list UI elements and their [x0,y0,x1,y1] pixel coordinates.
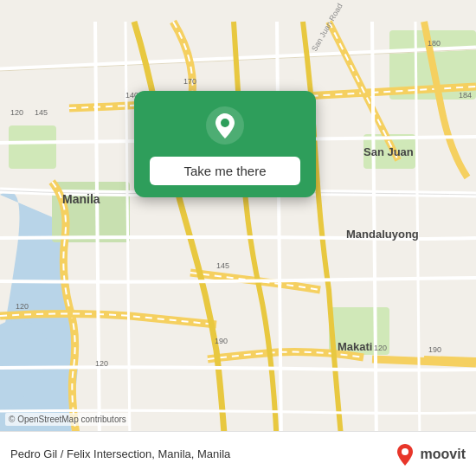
take-me-there-button[interactable]: Take me there [150,157,300,185]
moovit-pin-icon [393,442,417,466]
svg-text:184: 184 [459,91,472,100]
map-container: 140 145 170 180 184 120 120 120 145 190 … [0,0,476,476]
moovit-logo: moovit [393,442,466,466]
svg-point-27 [402,448,408,455]
bottom-bar: Pedro Gil / Felix Intersection, Manila, … [0,431,476,476]
svg-text:145: 145 [216,261,229,270]
svg-text:Makati: Makati [338,340,372,353]
svg-text:180: 180 [428,39,441,48]
svg-rect-2 [9,125,56,169]
svg-text:120: 120 [10,108,23,117]
moovit-text: moovit [421,447,466,462]
svg-text:120: 120 [16,302,29,311]
svg-text:120: 120 [95,359,108,368]
svg-text:190: 190 [428,345,441,354]
location-pin-icon [206,106,244,145]
map-copyright: © OpenStreetMap contributors [5,413,130,426]
svg-text:190: 190 [215,337,228,345]
location-label: Pedro Gil / Felix Intersection, Manila, … [10,447,230,460]
map-roads: 140 145 170 180 184 120 120 120 145 190 … [0,0,476,476]
svg-text:145: 145 [35,108,48,117]
svg-text:Mandaluyong: Mandaluyong [346,228,419,241]
svg-text:170: 170 [183,77,196,86]
svg-text:120: 120 [374,344,387,352]
popup-card: Take me there [134,91,316,197]
svg-point-26 [221,119,229,127]
svg-text:San Juan: San Juan [363,145,414,158]
svg-text:Manila: Manila [62,192,100,206]
